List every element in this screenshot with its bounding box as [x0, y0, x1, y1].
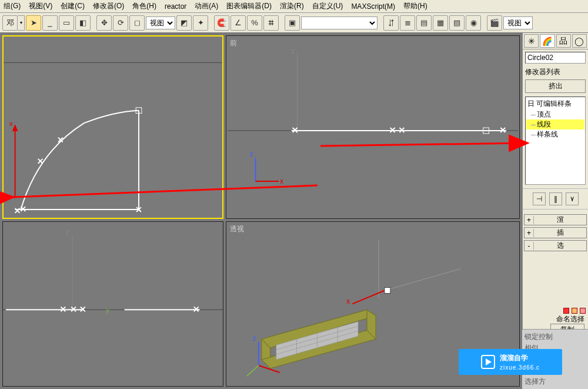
segment-level-icon[interactable] — [572, 308, 577, 314]
viewport-area: x 前 z z — [0, 33, 522, 389]
svg-rect-56 — [385, 288, 390, 294]
scale-tool-icon[interactable]: ◻ — [129, 15, 145, 31]
watermark-sub: zixue.3d66.c — [500, 364, 540, 371]
expand-icon[interactable]: 日 — [527, 99, 534, 108]
play-icon — [481, 355, 495, 369]
spline-level-icon[interactable] — [580, 308, 586, 314]
menu-animation[interactable]: 动画(A) — [195, 1, 218, 11]
grey-item: 锁定控制 — [524, 331, 586, 343]
material-editor-icon[interactable]: ◉ — [466, 15, 481, 31]
rollouts: +渲 +插 -选 — [524, 214, 587, 251]
named-sel-set-icon[interactable]: ▣ — [285, 15, 300, 31]
vertex-level-icon[interactable] — [563, 308, 569, 314]
object-name-field[interactable]: Circle02 — [525, 52, 586, 64]
ref-coord-system-dropdown[interactable]: 视图 — [146, 16, 175, 29]
menu-modifiers[interactable]: 修改器(O) — [93, 1, 124, 11]
svg-text:x: x — [9, 119, 13, 127]
menu-character[interactable]: 角色(H) — [132, 1, 156, 11]
svg-text:y: y — [106, 306, 109, 314]
modifier-list-label: 修改器列表 — [525, 67, 586, 77]
menu-render[interactable]: 渲染(R) — [280, 1, 304, 11]
stack-sub-spline[interactable]: 样条线 — [526, 129, 584, 139]
watermark-badge: 溜溜自学 zixue.3d66.c — [459, 349, 562, 375]
stack-root[interactable]: 日 可编辑样条 — [526, 98, 584, 109]
menu-view[interactable]: 视图(V) — [29, 1, 52, 11]
render-view-dropdown[interactable]: 视图 — [503, 16, 533, 29]
schematic-view-icon[interactable]: ▧ — [449, 15, 465, 31]
window-crossing-icon[interactable]: ◧ — [75, 15, 91, 31]
viewport-left[interactable]: z y — [2, 221, 223, 387]
grey-item: 选择方 — [524, 376, 586, 387]
svg-text:z: z — [250, 150, 253, 158]
modifier-button-extrude[interactable]: 挤出 — [525, 79, 586, 93]
stack-tools-row: ⊣ ‖ ٧ — [523, 188, 588, 210]
render-scene-icon[interactable]: 🎬 — [487, 15, 502, 31]
rollout-interp[interactable]: +插 — [524, 227, 587, 238]
make-unique-icon[interactable]: ٧ — [566, 192, 579, 205]
select-tool-icon[interactable]: ➤ — [26, 15, 41, 31]
modify-tab-icon[interactable]: 🌈 — [540, 34, 554, 48]
stack-sub-segment[interactable]: 线段 — [526, 119, 584, 129]
menu-maxscript[interactable]: MAXScript(M) — [351, 2, 395, 11]
subobject-level-icons — [563, 308, 586, 314]
manipulate-icon[interactable]: ✦ — [193, 15, 208, 31]
menu-reactor[interactable]: reactor — [165, 2, 186, 11]
viewport-front[interactable]: 前 z z x — [226, 35, 520, 219]
pin-stack-icon[interactable]: ⊣ — [533, 192, 546, 205]
rect-select-icon[interactable]: ▭ — [59, 15, 74, 31]
menu-create[interactable]: 创建(C) — [61, 1, 85, 11]
selection-filter-dropdown[interactable]: 邓▾ — [2, 15, 25, 31]
named-selection-label: 命名选择 — [556, 314, 584, 324]
svg-line-53 — [379, 269, 460, 292]
rotate-tool-icon[interactable]: ⟳ — [113, 15, 128, 31]
show-end-result-icon[interactable]: ‖ — [549, 192, 562, 205]
watermark-title: 溜溜自学 — [500, 353, 540, 363]
menu-help[interactable]: 帮助(H) — [403, 1, 427, 11]
rollout-render[interactable]: +渲 — [524, 214, 587, 225]
svg-text:z: z — [253, 334, 256, 343]
percent-snap-icon[interactable]: % — [247, 15, 262, 31]
curve-editor-icon[interactable]: ▦ — [433, 15, 448, 31]
stack-sub-vertex[interactable]: 顶点 — [526, 109, 584, 119]
filter-icon: 邓 — [2, 15, 18, 31]
align-icon[interactable]: ≣ — [400, 15, 415, 31]
modifier-stack[interactable]: 日 可编辑样条 顶点 线段 样条线 — [525, 97, 586, 185]
main-toolbar: 邓▾ ➤ ⎯ ▭ ◧ ✥ ⟳ ◻ 视图 ◩ ✦ 🧲 ∠ % ⵌ ▣ ⮃ ≣ ▤ … — [0, 13, 588, 33]
menu-group[interactable]: 组(G) — [4, 1, 21, 11]
motion-tab-icon[interactable]: ◯ — [572, 34, 587, 48]
command-panel-tabs: ✳ 🌈 品 ◯ — [523, 33, 588, 49]
select-by-name-icon[interactable]: ⎯ — [42, 15, 58, 31]
svg-text:x: x — [346, 298, 350, 306]
move-tool-icon[interactable]: ✥ — [96, 15, 112, 31]
svg-line-54 — [352, 290, 387, 304]
menu-bar: 组(G) 视图(V) 创建(C) 修改器(O) 角色(H) reactor 动画… — [0, 0, 588, 13]
svg-marker-2 — [12, 124, 18, 131]
angle-snap-icon[interactable]: ∠ — [230, 15, 246, 31]
rollout-selection[interactable]: -选 — [524, 240, 587, 251]
svg-text:z: z — [65, 228, 69, 236]
create-tab-icon[interactable]: ✳ — [524, 34, 539, 48]
menu-customize[interactable]: 自定义(U) — [312, 1, 343, 11]
layer-manager-icon[interactable]: ▤ — [416, 15, 432, 31]
svg-line-51 — [247, 365, 259, 376]
named-sel-set-dropdown[interactable] — [301, 16, 377, 29]
snap-toggle-icon[interactable]: 🧲 — [214, 15, 229, 31]
menu-grapheditor[interactable]: 图表编辑器(D) — [226, 1, 272, 11]
viewport-top[interactable]: x — [2, 35, 223, 219]
command-panel: ✳ 🌈 品 ◯ Circle02 修改器列表 挤出 日 可编辑样条 顶点 线段 … — [522, 33, 588, 389]
mirror-icon[interactable]: ⮃ — [383, 15, 399, 31]
svg-text:x: x — [280, 177, 283, 185]
spinner-snap-icon[interactable]: ⵌ — [263, 15, 279, 31]
hierarchy-tab-icon[interactable]: 品 — [556, 34, 571, 48]
svg-text:z: z — [292, 47, 295, 55]
pivot-center-icon[interactable]: ◩ — [176, 15, 192, 31]
